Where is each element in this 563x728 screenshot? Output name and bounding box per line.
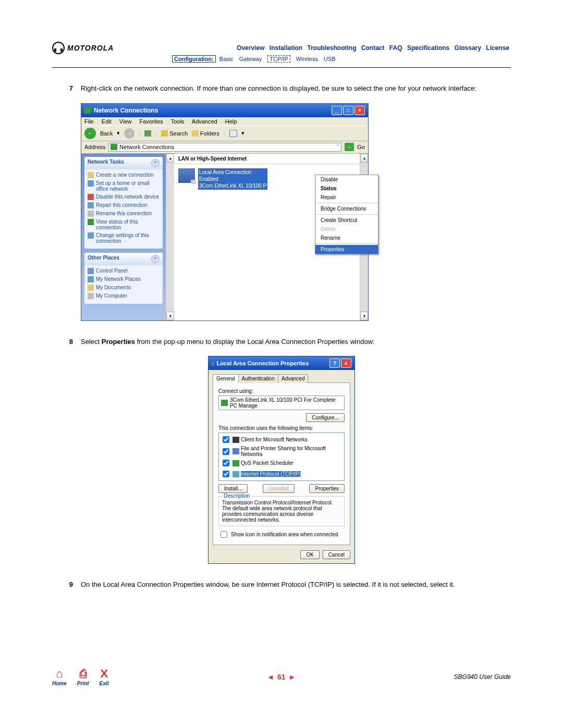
menu-view[interactable]: View [119, 118, 132, 125]
print-button[interactable]: ⎙Print [77, 667, 89, 686]
checkbox[interactable] [223, 448, 229, 455]
menu-advanced[interactable]: Advanced [192, 118, 217, 125]
next-page-icon[interactable]: ► [289, 673, 296, 681]
ctx-shortcut[interactable]: Create Shortcut [315, 216, 378, 225]
checkbox[interactable] [223, 460, 229, 466]
ctx-bridge[interactable]: Bridge Connections [315, 204, 378, 213]
nav-contact[interactable]: Contact [361, 44, 385, 52]
ctx-disable[interactable]: Disable [315, 175, 378, 184]
nav-installation[interactable]: Installation [270, 44, 302, 52]
maximize-button[interactable]: □ [343, 106, 353, 115]
nav-troubleshooting[interactable]: Troubleshooting [308, 44, 357, 52]
install-button[interactable]: Install... [218, 484, 248, 493]
go-button-icon[interactable]: → [345, 143, 354, 151]
item-client[interactable]: Client for Microsoft Networks [220, 434, 343, 445]
share-icon [232, 448, 239, 454]
properties-button[interactable]: Properties [309, 484, 345, 493]
sidebar-scrollbar[interactable]: ▴▾ [166, 154, 174, 320]
task-rename[interactable]: Rename this connection [88, 211, 160, 217]
place-my-computer[interactable]: My Computer [88, 293, 160, 299]
minimize-button[interactable]: _ [332, 106, 342, 115]
exit-button[interactable]: XExit [100, 667, 109, 686]
close-button[interactable]: × [341, 359, 351, 368]
nav-wireless[interactable]: Wireless [296, 56, 318, 62]
checkbox[interactable] [223, 471, 229, 477]
prev-page-icon[interactable]: ◄ [267, 673, 274, 681]
item-tcpip[interactable]: Internet Protocol (TCP/IP) [220, 468, 343, 479]
network-icon [84, 107, 91, 114]
motorola-icon [52, 42, 65, 54]
collapse-icon[interactable]: ^ [151, 159, 160, 167]
task-create-connection[interactable]: Create a new connection [88, 172, 160, 178]
menu-edit[interactable]: Edit [102, 118, 112, 125]
close-button[interactable]: × [354, 106, 365, 115]
folders-icon [192, 130, 199, 137]
nav-glossary[interactable]: Glossary [455, 44, 481, 52]
back-button-icon[interactable]: ← [84, 128, 96, 139]
connection-status: Enabled [199, 176, 266, 182]
menu-tools[interactable]: Tools [171, 118, 185, 125]
tab-general[interactable]: General [213, 374, 239, 383]
show-icon-checkbox[interactable] [221, 531, 227, 538]
go-label[interactable]: Go [357, 144, 365, 150]
search-button[interactable]: Search [161, 130, 188, 137]
nav-tcpip[interactable]: TCP/IP [267, 55, 290, 63]
place-control-panel[interactable]: Control Panel [88, 268, 160, 274]
description-group: Description Transmission Control Protoco… [218, 496, 345, 526]
item-qos[interactable]: QoS Packet Scheduler [220, 458, 343, 468]
ctx-rename[interactable]: Rename [315, 233, 378, 242]
tab-authentication[interactable]: Authentication [238, 374, 278, 383]
item-fileprint[interactable]: File and Printer Sharing for Microsoft N… [220, 445, 343, 458]
connect-using-label: Connect using: [218, 388, 345, 394]
help-button[interactable]: ? [329, 359, 340, 368]
place-my-documents[interactable]: My Documents [88, 285, 160, 291]
adapter-field: 3Com EtherLink XL 10/100 PCI For Complet… [218, 396, 345, 410]
menu-bar: File Edit View Favorites Tools Advanced … [81, 117, 368, 126]
task-view-status[interactable]: View status of this connection [88, 219, 160, 230]
nav-specifications[interactable]: Specifications [407, 44, 449, 52]
other-places-panel: Other Places^ Control Panel My Network P… [84, 253, 163, 304]
folders-button[interactable]: Folders [192, 130, 219, 137]
nav-overview[interactable]: Overview [237, 44, 264, 52]
nav-license[interactable]: License [486, 44, 509, 52]
nav-gateway[interactable]: Gateway [239, 56, 262, 62]
checkbox[interactable] [223, 436, 229, 443]
configure-button[interactable]: Configure... [306, 413, 345, 422]
show-icon-row[interactable]: Show icon in notification area when conn… [218, 529, 345, 539]
menu-favorites[interactable]: Favorites [140, 118, 163, 125]
step-7: 7 Right-click on the network connection.… [52, 83, 511, 94]
back-label[interactable]: Back [100, 130, 113, 137]
views-icon[interactable] [229, 130, 237, 137]
task-change-settings[interactable]: Change settings of this connection [88, 232, 160, 244]
other-places-header[interactable]: Other Places^ [84, 253, 163, 265]
ok-button[interactable]: OK [300, 550, 319, 559]
network-tasks-header[interactable]: Network Tasks^ [84, 157, 163, 169]
tab-advanced[interactable]: Advanced [278, 374, 308, 383]
menu-file[interactable]: File [84, 118, 94, 125]
items-list[interactable]: Client for Microsoft Networks File and P… [218, 433, 345, 481]
nav-usb[interactable]: USB [324, 56, 336, 62]
description-label: Description [222, 493, 251, 499]
place-network-places[interactable]: My Network Places [88, 276, 160, 282]
home-button[interactable]: ⌂Home [52, 667, 67, 686]
address-dropdown-icon[interactable]: ˅ [336, 144, 339, 151]
nav-basic[interactable]: Basic [219, 56, 234, 62]
ctx-status[interactable]: Status [315, 184, 378, 193]
step-text: On the Local Area Connection Properties … [81, 579, 511, 590]
ctx-properties[interactable]: Properties [315, 245, 378, 254]
home-icon: ⌂ [56, 667, 63, 681]
task-disable-device[interactable]: Disable this network device [88, 194, 160, 200]
menu-help[interactable]: Help [225, 118, 237, 125]
nav-faq[interactable]: FAQ [389, 44, 402, 52]
address-label: Address [84, 144, 105, 150]
task-repair[interactable]: Repair this connection [88, 202, 160, 208]
nav-configuration[interactable]: Configuration: [172, 55, 216, 63]
forward-button-icon[interactable]: → [124, 128, 134, 139]
address-field[interactable]: Network Connections ˅ [108, 143, 341, 152]
collapse-icon[interactable]: ^ [151, 255, 160, 263]
client-icon [232, 437, 239, 443]
cancel-button[interactable]: Cancel [323, 550, 350, 559]
task-setup-network[interactable]: Set up a home or small office network [88, 180, 160, 192]
up-icon[interactable] [144, 130, 151, 137]
ctx-repair[interactable]: Repair [315, 193, 378, 202]
